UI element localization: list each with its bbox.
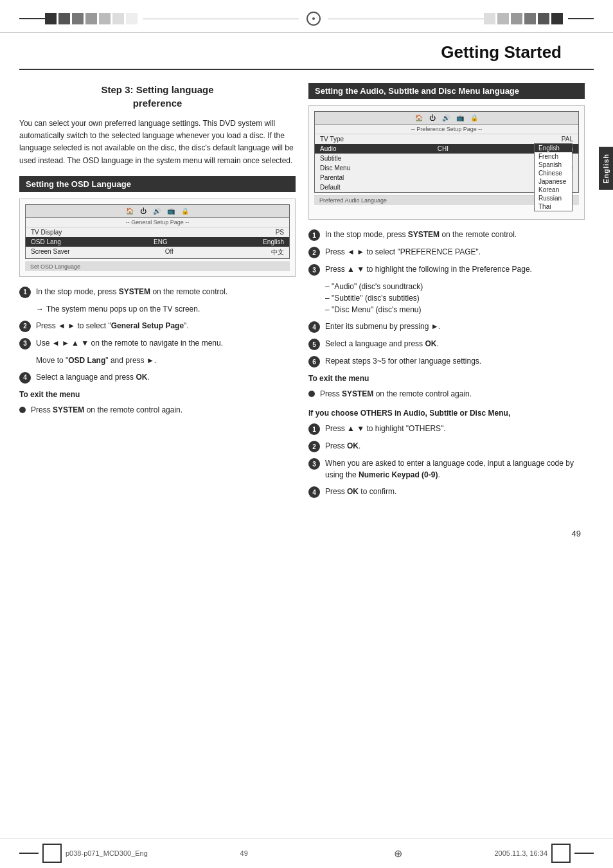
dropdown-french: French [535,152,572,161]
step-2-bold: General Setup Page [111,321,184,330]
main-content: Step 3: Setting language preference You … [0,70,613,516]
left-exit-text: Press SYSTEM on the remote control again… [31,404,182,416]
right-step-5-ok: OK [425,339,436,348]
step-title: Step 3: Setting language preference [19,83,296,110]
dropdown-russian: Russian [535,194,572,202]
right-step-num-5: 5 [308,339,320,350]
others-step-2: 2 Press OK. [308,440,585,452]
right-exit-bullet [308,391,315,397]
numeric-keypad-bold: Numeric Keypad (0-9) [359,470,438,479]
disc-menu-label: Disc Menu [320,164,350,172]
osd-mini-menu: 🏠 ⏻ 🔊 📺 🔒 -- General Setup Page -- TV Di… [25,204,290,271]
footer-date: 2005.11.3, 16:34 [494,849,547,857]
others-step-2-text: Press OK. [325,440,360,452]
audio-label: Audio [320,145,337,152]
parental-label: Parental [320,174,344,181]
right-section-header: Setting the Audio, Subtitle and Disc Men… [308,83,585,99]
right-step-4-text: Enter its submenu by pressing ►. [325,321,441,332]
audio-icon-5: 🔒 [470,114,478,121]
tv-type-label: TV Type [320,136,344,143]
left-step-3: 3 Use ◄ ► ▲ ▼ on the remote to navigate … [19,337,296,350]
bottom-right-box [551,844,571,863]
bottom-bar-inner: p038-p071_MCD300_Eng 49 ⊕ 2005.11.3, 16:… [0,838,613,868]
osd-lang-value: ENG [154,238,168,245]
others-steps-list: 1 Press ▲ ▼ to highlight "OTHERS". 2 Pre… [308,423,585,498]
step-3-text: Use ◄ ► ▲ ▼ on the remote to navigate in… [36,337,223,349]
top-line-right [568,18,594,19]
step-num-4: 4 [19,372,31,384]
right-step-3-text: Press ▲ ▼ to highlight the following in … [325,263,532,275]
step-1-text: In the stop mode, press SYSTEM on the re… [36,286,227,297]
step-1-system: SYSTEM [119,287,150,296]
right-step-num-3: 3 [308,264,320,276]
right-step-1: 1 In the stop mode, press SYSTEM on the … [308,229,585,241]
exit-system-bold: SYSTEM [53,405,84,414]
bottom-left-line [19,853,39,854]
footer-page-num: 49 [167,849,321,857]
top-line-left [19,18,45,19]
dropdown-thai: Thai [535,202,572,211]
menu-icons-row: 🏠 ⏻ 🔊 📺 🔒 [26,205,289,218]
arrow-icon: → [36,303,44,315]
right-exit-system: SYSTEM [342,389,373,398]
footer-filename: p038-p071_MCD300_Eng [66,849,148,857]
step-4-text: Select a language and press OK. [36,371,150,383]
step-4-ok: OK [136,373,147,382]
bottom-right-line [574,853,594,854]
dropdown-spanish: Spanish [535,161,572,169]
osd-lang-bold: OSD Lang [68,356,105,365]
step-2-text: Press ◄ ► to select "General Setup Page"… [36,320,189,332]
audio-menu-icons: 🏠 ⏻ 🔊 📺 🔒 [315,112,578,125]
others-step-4: 4 Press OK to confirm. [308,486,585,498]
sub-discmenu: – "Disc Menu" (disc's menu) [325,304,422,315]
menu-row-screensaver: Screen Saver Off 中文 [26,247,289,258]
menu-row-tv: TV Display PS [26,227,289,237]
osd-section-header: Setting the OSD Language [19,176,296,192]
intro-text: You can select your own preferred langua… [19,118,296,167]
menu-icon-3: 🔊 [153,208,161,215]
left-exit-title: To exit the menu [19,390,296,399]
screen-saver-label: Screen Saver [31,248,70,257]
audio-icon-2: ⏻ [429,114,436,121]
left-step-4: 4 Select a language and press OK. [19,371,296,384]
target-icon: ⊕ [394,847,402,860]
audio-icon-1: 🏠 [415,114,423,121]
left-steps-list: 1 In the stop mode, press SYSTEM on the … [19,286,296,384]
others-step-4-ok: OK [347,487,359,496]
sub-audio: – "Audio" (disc's soundtrack) [325,281,423,292]
right-step-num-2: 2 [308,247,320,258]
others-step-1: 1 Press ▲ ▼ to highlight "OTHERS". [308,423,585,435]
osd-menu-footer: Set OSD Language [25,261,290,271]
left-step-1-sub: → The system menu pops up on the TV scre… [19,303,296,315]
right-step-1-text: In the stop mode, press SYSTEM on the re… [325,229,517,240]
right-step-num-1: 1 [308,229,320,241]
step-1-sub-text: The system menu pops up on the TV screen… [46,303,200,315]
menu-icon-1: 🏠 [126,208,134,215]
right-step-4: 4 Enter its submenu by pressing ►. [308,321,585,333]
left-step-3b: Move to "OSD Lang" and press ►. [19,355,296,366]
subtitle-label: Subtitle [320,155,341,162]
step-num-2: 2 [19,321,31,332]
menu-icon-5: 🔒 [181,208,189,215]
right-step-2: 2 Press ◄ ► to select "PREFERENCE PAGE". [308,246,585,258]
tv-display-value: PS [276,229,284,236]
others-step-1-text: Press ▲ ▼ to highlight "OTHERS". [325,423,446,434]
tv-display-label: TV Display [31,229,62,236]
sub-subtitle: – "Subtitle" (disc's subtitles) [325,292,420,304]
page-title-area: Getting Started [19,33,594,70]
right-step-6: 6 Repeat steps 3~5 for other language se… [308,355,585,368]
default-label: Default [320,184,341,191]
top-target-icon [306,12,321,26]
menu-row-osd: OSD Lang ENG English [26,237,289,247]
top-line-center-right [328,19,484,19]
right-step-2-text: Press ◄ ► to select "PREFERENCE PAGE". [325,246,481,258]
right-step-num-6: 6 [308,356,320,368]
language-dropdown: English French Spanish Chinese Japanese … [534,143,573,211]
others-section-title: If you choose OTHERS in Audio, Subtitle … [308,409,585,418]
osd-lang-overlay: English [263,238,284,245]
footer-target: ⊕ [321,847,475,860]
dropdown-japanese: Japanese [535,177,572,186]
top-squares-left [45,13,138,24]
page-number: 49 [0,529,613,538]
audio-mini-menu: 🏠 ⏻ 🔊 📺 🔒 -- Preference Setup Page -- TV… [314,111,579,205]
